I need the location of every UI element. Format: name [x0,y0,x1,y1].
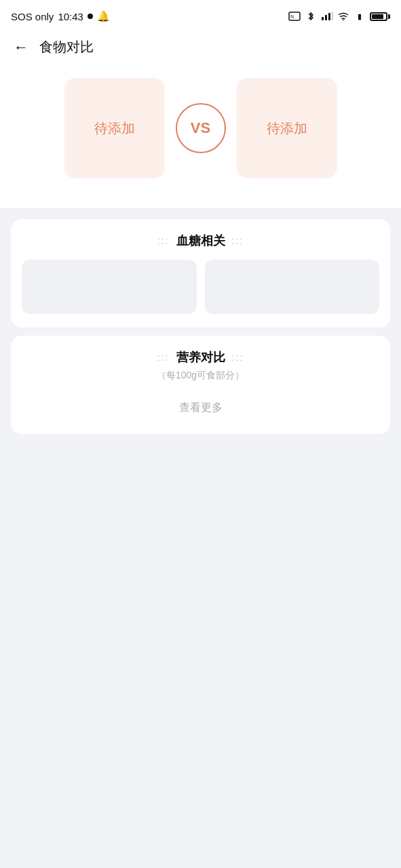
bell-icon: 🔔 [97,10,110,22]
nutrition-dots-left: ::: [157,352,170,363]
nutrition-card: ::: 营养对比 ::: （每100g可食部分） 查看更多 [11,336,390,434]
status-bar-left: SOS only 10:43 🔔 [11,10,110,22]
food-right-button[interactable]: 待添加 [237,78,337,178]
page-title: 食物对比 [39,38,94,56]
status-bar-right: N ▮ [288,12,390,21]
sos-text: SOS only [11,11,54,22]
svg-point-6 [343,20,344,20]
signal-icon [321,12,333,21]
nutrition-title-row: ::: 营养对比 ::: [22,349,379,366]
blood-sugar-placeholders [22,260,379,314]
nutrition-title: 营养对比 [176,349,225,366]
blood-sugar-right-placeholder [205,260,380,314]
battery-indicator-icon: ▮ [354,12,366,21]
back-button[interactable]: ← [14,40,28,55]
battery-icon [370,12,390,21]
blood-sugar-title-row: ::: 血糖相关 ::: [22,233,379,249]
main-content: ::: 血糖相关 ::: ::: 营养对比 ::: （每100g可食部分） 查看… [0,208,401,445]
bluetooth-icon [305,12,317,21]
time-text: 10:43 [58,11,83,22]
svg-rect-5 [332,12,333,20]
vs-badge: VS [176,103,226,153]
svg-rect-3 [325,15,327,20]
svg-rect-2 [322,17,324,20]
nutrition-subtitle: （每100g可食部分） [22,370,379,382]
svg-rect-4 [328,13,330,20]
header: ← 食物对比 [0,30,401,64]
nutrition-dots-right: ::: [232,352,244,363]
compare-row: 待添加 VS 待添加 [0,64,401,192]
see-more-button[interactable]: 查看更多 [22,395,379,420]
svg-text:N: N [290,14,294,19]
wifi-icon [337,12,349,21]
dot-icon [88,14,93,19]
blood-sugar-title: 血糖相关 [176,233,225,249]
blood-sugar-dots-right: ::: [232,235,244,246]
blood-sugar-left-placeholder [22,260,197,314]
nfc-icon: N [288,12,301,21]
blood-sugar-dots-left: ::: [157,235,170,246]
blood-sugar-card: ::: 血糖相关 ::: [11,219,390,328]
compare-area: 待添加 VS 待添加 [0,64,401,208]
food-left-button[interactable]: 待添加 [64,78,165,178]
status-bar: SOS only 10:43 🔔 N [0,0,401,30]
